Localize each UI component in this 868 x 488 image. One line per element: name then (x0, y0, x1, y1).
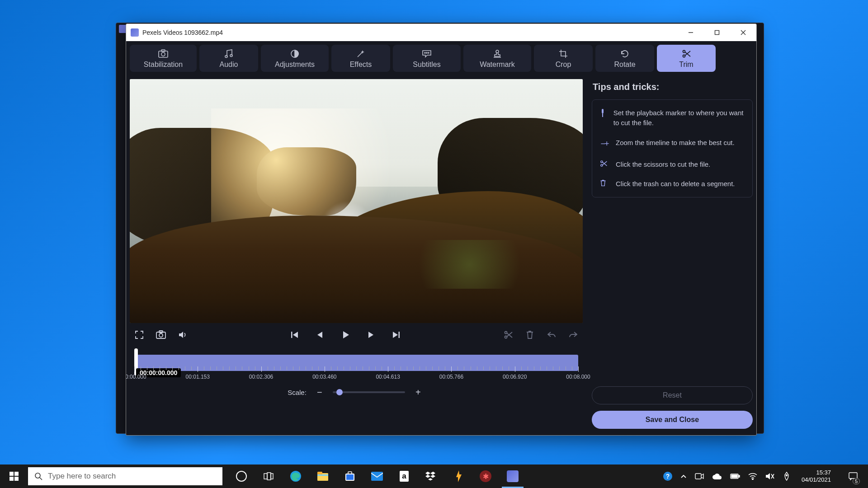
stamp-icon (492, 49, 502, 59)
save-label: Save and Close (646, 416, 699, 424)
tab-audio[interactable]: Audio (199, 45, 258, 72)
start-button[interactable] (0, 465, 28, 488)
taskbar-app-explorer[interactable] (309, 465, 336, 488)
step-back-button[interactable] (313, 328, 327, 342)
taskbar-app-current[interactable] (499, 465, 526, 488)
playback-controls (130, 323, 583, 347)
timeline-label: 00:03.460 (312, 374, 336, 380)
system-tray: ? 15:37 04/01/2021 5 (663, 465, 868, 488)
svg-rect-1 (715, 31, 719, 35)
tab-adjustments[interactable]: Adjustments (261, 45, 329, 72)
skip-end-button[interactable] (389, 328, 403, 342)
volume-button[interactable] (176, 328, 189, 342)
taskbar-clock[interactable]: 15:37 04/01/2021 (799, 469, 834, 483)
clock-date: 04/01/2021 (802, 476, 831, 483)
notifications-button[interactable]: 5 (842, 465, 864, 488)
marker-icon (599, 108, 607, 128)
reset-button[interactable]: Reset (592, 386, 753, 404)
snapshot-button[interactable] (154, 328, 168, 342)
timeline-label: 00:08.000 (566, 374, 590, 380)
tab-effects[interactable]: Effects (331, 45, 390, 72)
undo-button[interactable] (545, 328, 558, 342)
tab-stabilization[interactable]: Stabilization (130, 45, 197, 72)
taskbar-app-edge[interactable] (282, 465, 309, 488)
tray-meet-now-icon[interactable] (695, 473, 704, 480)
tips-pane: Tips and tricks: Set the playback marker… (592, 79, 753, 432)
svg-rect-31 (267, 473, 271, 480)
window-title: Pexels Videos 1093662.mp4 (142, 29, 678, 36)
delete-button[interactable] (523, 328, 537, 342)
tab-rotate[interactable]: Rotate (595, 45, 654, 72)
svg-rect-30 (264, 474, 267, 479)
crop-icon (558, 49, 568, 59)
tray-battery-icon[interactable] (730, 474, 740, 479)
taskbar-app-dropbox[interactable] (418, 465, 445, 488)
taskbar-app-mail[interactable] (363, 465, 391, 488)
svg-rect-40 (371, 472, 383, 481)
timeline-label: 00:04.613 (376, 374, 400, 380)
save-close-button[interactable]: Save and Close (592, 411, 753, 429)
step-forward-button[interactable] (364, 328, 377, 342)
tab-watermark[interactable]: Watermark (463, 45, 531, 72)
taskbar-app-red[interactable]: ✱ (472, 465, 499, 488)
tray-wifi-icon[interactable] (748, 473, 757, 480)
maximize-button[interactable] (704, 24, 730, 41)
scale-slider[interactable] (333, 391, 405, 393)
svg-point-12 (428, 52, 429, 53)
reset-label: Reset (663, 391, 682, 399)
minimize-button[interactable] (678, 24, 704, 41)
taskbar-app-store[interactable] (336, 465, 363, 488)
search-placeholder: Type here to search (48, 472, 116, 481)
taskbar-search[interactable]: Type here to search (28, 467, 222, 485)
scissors-icon (599, 160, 609, 169)
tray-pen-icon[interactable] (783, 472, 791, 481)
tab-label: Effects (350, 61, 372, 69)
tip-text: Set the playback marker to where you wan… (613, 108, 745, 128)
taskbar: Type here to search a ✱ (0, 465, 868, 488)
play-button[interactable] (339, 328, 352, 342)
zoom-in-button[interactable]: + (411, 385, 425, 399)
svg-point-28 (35, 473, 40, 478)
tab-trim[interactable]: Trim (657, 45, 716, 72)
skip-start-button[interactable] (288, 328, 302, 342)
search-icon (34, 472, 42, 480)
tray-help-icon[interactable]: ? (663, 472, 672, 481)
app-window: Pexels Videos 1093662.mp4 Stabilization … (126, 23, 757, 436)
redo-button[interactable] (566, 328, 580, 342)
notification-count: 5 (853, 478, 860, 484)
svg-point-45 (752, 479, 753, 480)
svg-point-18 (159, 333, 163, 337)
svg-rect-39 (348, 472, 352, 474)
taskbar-app-amazon[interactable]: a (391, 465, 418, 488)
tab-label: Stabilization (144, 61, 183, 69)
svg-point-48 (786, 475, 787, 476)
close-button[interactable] (730, 24, 756, 41)
video-preview[interactable] (130, 79, 583, 323)
tray-chevron-up-icon[interactable] (680, 474, 687, 479)
svg-point-11 (426, 52, 427, 53)
timeline[interactable]: 00:00:00.000 00:00.00000:01.15300:02.306… (130, 348, 583, 381)
tip-text: Click the trash can to delete a segment. (616, 179, 735, 189)
svg-point-5 (161, 52, 165, 56)
windows-logo-icon (9, 472, 19, 481)
tab-crop[interactable]: Crop (534, 45, 593, 72)
cortana-icon[interactable] (228, 465, 255, 488)
tray-onedrive-icon[interactable] (712, 473, 722, 479)
fullscreen-button[interactable] (132, 328, 146, 342)
zoom-icon: −+ (599, 138, 609, 150)
zoom-out-button[interactable]: − (313, 385, 326, 399)
svg-point-7 (225, 56, 227, 58)
main-area: 00:00:00.000 00:00.00000:01.15300:02.306… (130, 79, 753, 432)
tab-subtitles[interactable]: Subtitles (393, 45, 461, 72)
task-view-icon[interactable] (255, 465, 282, 488)
trash-icon (599, 179, 609, 189)
tray-volume-icon[interactable] (765, 472, 774, 480)
tips-heading: Tips and tricks: (593, 82, 753, 92)
svg-rect-43 (739, 475, 740, 477)
tab-label: Trim (679, 61, 693, 69)
cut-button[interactable] (501, 328, 515, 342)
svg-point-13 (496, 50, 499, 53)
scale-slider-handle[interactable] (336, 389, 343, 395)
svg-rect-36 (317, 474, 328, 476)
taskbar-app-winamp[interactable] (445, 465, 472, 488)
